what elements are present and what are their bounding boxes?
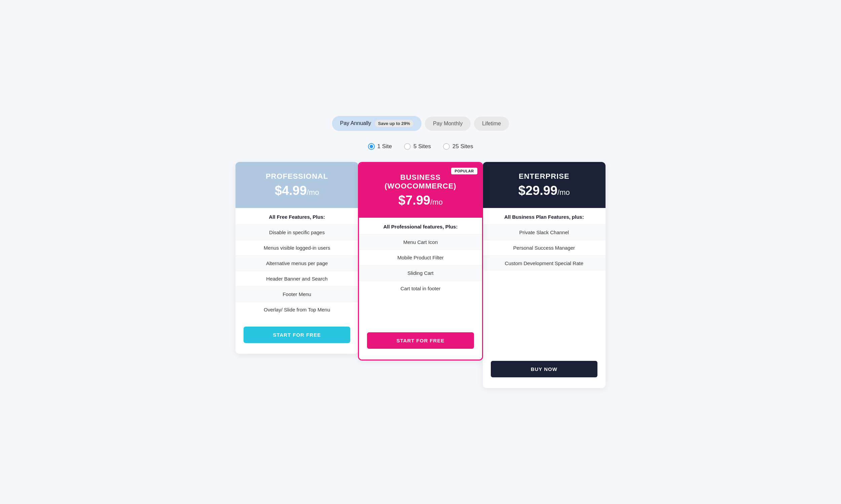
professional-feature-6: Overlay/ Slide from Top Menu xyxy=(236,302,358,317)
enterprise-features-header: All Business Plan Features, plus: xyxy=(483,208,605,224)
business-feature-1: Menu Cart Icon xyxy=(359,234,482,250)
business-feature-4: Cart total in footer xyxy=(359,281,482,296)
billing-annually-label: Pay Annually xyxy=(340,120,372,126)
enterprise-feature-2: Personal Success Manager xyxy=(483,240,605,255)
business-feature-2: Mobile Product Filter xyxy=(359,250,482,265)
page-wrapper: Pay Annually Save up to 29% Pay Monthly … xyxy=(236,116,605,388)
save-badge: Save up to 29% xyxy=(375,120,413,127)
card-business: POPULAR BUSINESS (WOOCOMMERCE) $7.99/mo … xyxy=(358,162,483,361)
business-body: All Professional features, Plus: Menu Ca… xyxy=(359,218,482,323)
business-price-value: $7.99 xyxy=(398,193,430,207)
business-feature-3: Sliding Cart xyxy=(359,265,482,281)
card-enterprise: ENTERPRISE $29.99/mo All Business Plan F… xyxy=(483,162,605,388)
site-option-1[interactable]: 1 Site xyxy=(368,143,392,150)
professional-feature-5: Footer Menu xyxy=(236,286,358,302)
professional-plan-name: PROFESSIONAL xyxy=(243,172,350,181)
business-name-line2: (WOOCOMMERCE) xyxy=(384,182,456,190)
site-5-label: 5 Sites xyxy=(413,143,431,150)
professional-feature-2: Menus visible logged-in users xyxy=(236,240,358,255)
professional-feature-1: Disable in specific pages xyxy=(236,224,358,240)
professional-price: $4.99/mo xyxy=(243,183,350,198)
billing-lifetime-button[interactable]: Lifetime xyxy=(474,116,509,131)
professional-price-value: $4.99 xyxy=(275,183,307,198)
professional-body: All Free Features, Plus: Disable in spec… xyxy=(236,208,358,317)
enterprise-cta-button[interactable]: BUY NOW xyxy=(491,361,598,377)
enterprise-body: All Business Plan Features, plus: Privat… xyxy=(483,208,605,352)
site-1-label: 1 Site xyxy=(377,143,392,150)
business-features-header: All Professional features, Plus: xyxy=(359,218,482,234)
business-price: $7.99/mo xyxy=(367,193,474,208)
billing-lifetime-label: Lifetime xyxy=(482,121,501,126)
professional-feature-3: Alternative menus per page xyxy=(236,255,358,271)
card-professional: PROFESSIONAL $4.99/mo All Free Features,… xyxy=(236,162,358,354)
enterprise-feature-1: Private Slack Channel xyxy=(483,224,605,240)
enterprise-spacer xyxy=(483,271,605,352)
professional-feature-4: Header Banner and Search xyxy=(236,271,358,286)
enterprise-price: $29.99/mo xyxy=(491,183,598,198)
enterprise-feature-3: Custom Development Special Rate xyxy=(483,255,605,271)
billing-monthly-button[interactable]: Pay Monthly xyxy=(425,116,470,131)
professional-footer: START FOR FREE xyxy=(236,317,358,354)
site-option-5[interactable]: 5 Sites xyxy=(404,143,431,150)
enterprise-price-value: $29.99 xyxy=(518,183,557,198)
enterprise-footer: BUY NOW xyxy=(483,352,605,388)
sites-selector: 1 Site 5 Sites 25 Sites xyxy=(236,143,605,150)
enterprise-header: ENTERPRISE $29.99/mo xyxy=(483,162,605,208)
billing-toggle: Pay Annually Save up to 29% Pay Monthly … xyxy=(236,116,605,131)
professional-header: PROFESSIONAL $4.99/mo xyxy=(236,162,358,208)
professional-per-month: /mo xyxy=(307,188,319,197)
radio-1-site xyxy=(368,143,375,150)
business-header: POPULAR BUSINESS (WOOCOMMERCE) $7.99/mo xyxy=(359,163,482,218)
pricing-cards: PROFESSIONAL $4.99/mo All Free Features,… xyxy=(236,162,605,388)
business-name-line1: BUSINESS xyxy=(400,173,441,181)
radio-5-sites xyxy=(404,143,411,150)
professional-features-header: All Free Features, Plus: xyxy=(236,208,358,224)
professional-cta-button[interactable]: START FOR FREE xyxy=(243,327,350,343)
business-plan-name: BUSINESS (WOOCOMMERCE) xyxy=(367,173,474,191)
business-per-month: /mo xyxy=(430,198,443,206)
business-footer: START FOR FREE xyxy=(359,323,482,360)
billing-monthly-label: Pay Monthly xyxy=(433,121,463,126)
popular-badge: POPULAR xyxy=(451,168,477,174)
radio-25-sites xyxy=(443,143,450,150)
enterprise-plan-name: ENTERPRISE xyxy=(491,172,598,181)
billing-annually-button[interactable]: Pay Annually Save up to 29% xyxy=(332,116,422,131)
site-option-25[interactable]: 25 Sites xyxy=(443,143,473,150)
business-spacer xyxy=(359,296,482,323)
business-cta-button[interactable]: START FOR FREE xyxy=(367,332,474,349)
enterprise-per-month: /mo xyxy=(557,188,570,197)
site-25-label: 25 Sites xyxy=(452,143,473,150)
